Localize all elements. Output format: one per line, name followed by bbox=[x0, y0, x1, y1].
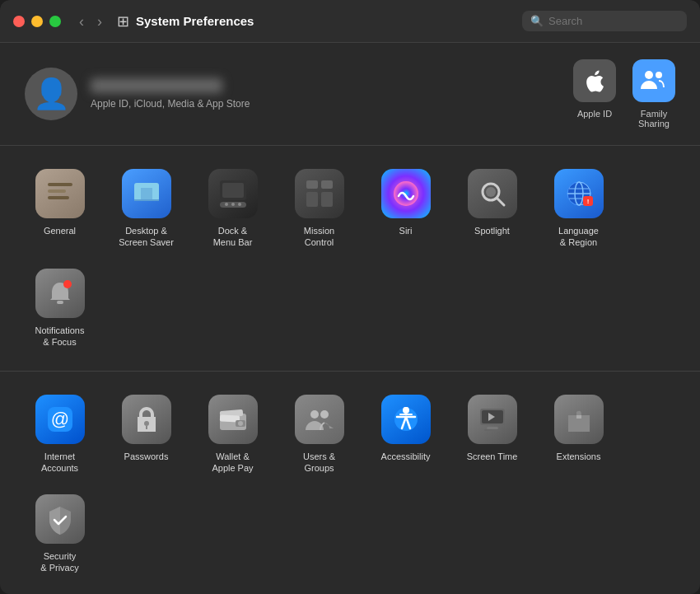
svg-rect-9 bbox=[222, 183, 244, 198]
svg-rect-17 bbox=[321, 192, 333, 207]
general-label: General bbox=[44, 225, 76, 236]
siri-pref[interactable]: Siri bbox=[362, 159, 449, 259]
language-label: Language& Region bbox=[558, 225, 599, 249]
user-icon: 👤 bbox=[33, 77, 70, 111]
internet-icon: @ bbox=[35, 395, 85, 444]
app-title: System Preferences bbox=[136, 14, 522, 28]
svg-line-20 bbox=[497, 198, 504, 205]
profile-actions: Apple ID FamilySharing bbox=[573, 59, 675, 129]
screentime-icon bbox=[468, 395, 517, 444]
dock-icon bbox=[208, 169, 258, 218]
general-pref[interactable]: General bbox=[16, 159, 103, 259]
svg-rect-6 bbox=[134, 199, 159, 201]
svg-rect-2 bbox=[48, 183, 72, 186]
svg-point-11 bbox=[225, 203, 228, 206]
titlebar: ‹ › ⊞ System Preferences 🔍 bbox=[0, 0, 700, 43]
family-sharing-button[interactable]: FamilySharing bbox=[632, 59, 675, 129]
security-pref[interactable]: Security& Privacy bbox=[16, 484, 103, 584]
svg-point-41 bbox=[320, 410, 329, 419]
extensions-icon bbox=[554, 395, 604, 444]
accessibility-icon bbox=[381, 395, 431, 444]
screentime-label: Screen Time bbox=[467, 451, 518, 462]
nav-buttons: ‹ › bbox=[74, 12, 107, 30]
avatar[interactable]: 👤 bbox=[25, 68, 77, 120]
svg-rect-14 bbox=[306, 180, 318, 189]
screentime-pref[interactable]: Screen Time bbox=[449, 385, 535, 484]
close-button[interactable] bbox=[13, 16, 25, 27]
extensions-pref[interactable]: Extensions bbox=[535, 385, 622, 484]
wallet-icon bbox=[208, 395, 258, 444]
profile-name bbox=[91, 78, 222, 93]
users-pref[interactable]: Users &Groups bbox=[276, 385, 362, 484]
desktop-label: Desktop &Screen Saver bbox=[119, 225, 174, 249]
svg-marker-7 bbox=[141, 188, 152, 199]
profile-subtitle: Apple ID, iCloud, Media & App Store bbox=[91, 98, 573, 110]
personal-section: General Desktop &Screen Saver bbox=[0, 146, 700, 372]
accessibility-pref[interactable]: Accessibility bbox=[362, 385, 449, 484]
svg-point-33 bbox=[144, 421, 149, 426]
notif-icon bbox=[35, 269, 85, 318]
search-box: 🔍 bbox=[522, 11, 687, 31]
svg-point-1 bbox=[656, 72, 662, 78]
passwords-label: Passwords bbox=[124, 451, 169, 462]
extensions-label: Extensions bbox=[557, 451, 601, 462]
svg-point-12 bbox=[231, 203, 235, 206]
traffic-lights bbox=[13, 16, 61, 27]
back-button[interactable]: ‹ bbox=[74, 12, 89, 30]
general-icon bbox=[35, 169, 85, 218]
family-sharing-icon bbox=[632, 59, 675, 102]
apple-id-icon bbox=[573, 59, 616, 102]
dock-pref[interactable]: Dock &Menu Bar bbox=[189, 159, 276, 259]
forward-button[interactable]: › bbox=[92, 12, 107, 30]
svg-point-13 bbox=[238, 203, 241, 206]
hardware-grid: @ InternetAccounts Passwords bbox=[16, 385, 684, 583]
spotlight-label: Spotlight bbox=[474, 225, 510, 236]
accessibility-label: Accessibility bbox=[381, 451, 431, 462]
svg-point-30 bbox=[63, 280, 72, 288]
minimize-button[interactable] bbox=[31, 16, 43, 27]
svg-rect-51 bbox=[576, 415, 581, 419]
siri-icon bbox=[381, 169, 431, 218]
svg-rect-16 bbox=[306, 192, 318, 207]
search-input[interactable] bbox=[548, 15, 679, 27]
grid-button[interactable]: ⊞ bbox=[117, 12, 129, 30]
security-label: Security& Privacy bbox=[40, 550, 78, 574]
internet-label: InternetAccounts bbox=[41, 451, 78, 475]
profile-info: Apple ID, iCloud, Media & App Store bbox=[91, 78, 573, 110]
apple-id-button[interactable]: Apple ID bbox=[573, 59, 616, 129]
mission-pref[interactable]: MissionControl bbox=[276, 159, 362, 259]
family-sharing-label: FamilySharing bbox=[638, 109, 670, 129]
internet-pref[interactable]: @ InternetAccounts bbox=[16, 385, 103, 484]
mission-icon bbox=[295, 169, 344, 218]
language-pref[interactable]: ! Language& Region bbox=[535, 159, 622, 259]
profile-section: 👤 Apple ID, iCloud, Media & App Store Ap… bbox=[0, 43, 700, 146]
svg-point-44 bbox=[403, 407, 409, 414]
svg-rect-15 bbox=[321, 180, 333, 189]
svg-text:@: @ bbox=[50, 409, 68, 429]
desktop-pref[interactable]: Desktop &Screen Saver bbox=[103, 159, 189, 259]
spotlight-icon bbox=[468, 169, 517, 218]
notif-label: Notifications& Focus bbox=[35, 325, 85, 348]
maximize-button[interactable] bbox=[49, 16, 61, 27]
hardware-section: @ InternetAccounts Passwords bbox=[0, 372, 700, 594]
siri-label: Siri bbox=[399, 225, 413, 236]
svg-point-40 bbox=[310, 410, 319, 419]
language-icon: ! bbox=[554, 169, 604, 218]
search-icon: 🔍 bbox=[530, 15, 544, 27]
users-icon bbox=[295, 395, 344, 444]
wallet-pref[interactable]: Wallet &Apple Pay bbox=[189, 385, 276, 484]
desktop-icon bbox=[122, 169, 171, 218]
svg-rect-49 bbox=[487, 427, 498, 429]
svg-rect-29 bbox=[57, 301, 63, 304]
svg-point-0 bbox=[645, 71, 653, 79]
apple-id-label: Apple ID bbox=[577, 109, 612, 119]
svg-rect-4 bbox=[48, 196, 69, 199]
notif-pref[interactable]: Notifications& Focus bbox=[16, 259, 103, 358]
svg-point-18 bbox=[394, 181, 418, 206]
dock-label: Dock &Menu Bar bbox=[213, 225, 253, 249]
spotlight-pref[interactable]: Spotlight bbox=[449, 159, 535, 259]
svg-text:!: ! bbox=[586, 198, 589, 205]
passwords-icon bbox=[122, 395, 171, 444]
passwords-pref[interactable]: Passwords bbox=[103, 385, 189, 484]
security-icon bbox=[35, 494, 85, 544]
